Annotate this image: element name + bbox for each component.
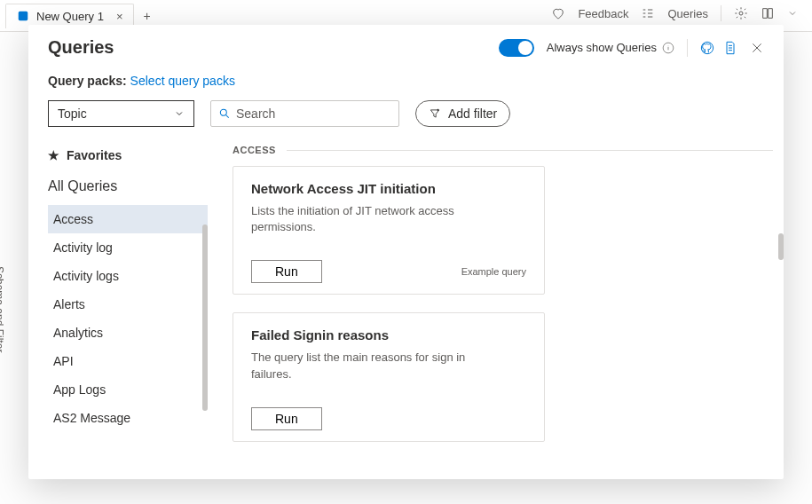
select-query-packs-link[interactable]: Select query packs: [130, 74, 235, 88]
divider: [287, 150, 773, 151]
sidebar-item-analytics[interactable]: Analytics: [48, 319, 208, 347]
filter-add-icon: [429, 107, 441, 120]
svg-point-4: [220, 109, 226, 115]
github-icon[interactable]: [700, 41, 714, 55]
star-icon: ★: [48, 148, 59, 162]
queries-dialog: Queries Always show Queries Query packs:…: [28, 25, 784, 479]
always-show-label: Always show Queries: [547, 41, 657, 54]
query-packs-label: Query packs:: [48, 74, 127, 88]
sidebar-item-activity-log[interactable]: Activity log: [48, 233, 208, 262]
section-label: ACCESS: [233, 145, 276, 155]
sidebar-item-as2-message[interactable]: AS2 Message: [48, 404, 208, 432]
add-filter-button[interactable]: Add filter: [415, 100, 510, 127]
favorites-header[interactable]: ★ Favorites: [48, 136, 208, 178]
sidebar-list: AccessActivity logActivity logsAlertsAna…: [48, 205, 208, 432]
dropdown-value: Topic: [58, 106, 87, 121]
favorites-label: Favorites: [67, 148, 122, 162]
query-card: Failed Signin reasonsThe query list the …: [233, 312, 545, 441]
sidebar-item-activity-logs[interactable]: Activity logs: [48, 262, 208, 290]
info-icon[interactable]: [662, 42, 674, 54]
sidebar-item-app-logs[interactable]: App Logs: [48, 375, 208, 404]
dialog-title: Queries: [48, 37, 114, 58]
all-queries-header[interactable]: All Queries: [48, 178, 208, 205]
card-title: Failed Signin reasons: [251, 327, 526, 350]
run-button[interactable]: Run: [251, 407, 322, 430]
chevron-down-icon: [174, 108, 185, 119]
modal-overlay: Queries Always show Queries Query packs:…: [0, 0, 812, 504]
sidebar-item-api[interactable]: API: [48, 347, 208, 375]
search-box[interactable]: [210, 100, 399, 127]
sidebar-item-access[interactable]: Access: [48, 205, 208, 233]
sidebar: ★ Favorites All Queries AccessActivity l…: [48, 136, 208, 479]
topic-dropdown[interactable]: Topic: [48, 100, 194, 127]
search-icon: [218, 107, 231, 120]
main-scrollbar-thumb[interactable]: [778, 233, 784, 260]
dialog-header: Queries Always show Queries: [28, 25, 784, 65]
card-description: The query list the main reasons for sign…: [251, 350, 482, 406]
separator: [687, 39, 688, 57]
main-content: ACCESS Network Access JIT initiationList…: [208, 136, 784, 479]
query-card: Network Access JIT initiationLists the i…: [233, 166, 545, 295]
query-packs-row: Query packs: Select query packs: [28, 65, 784, 100]
close-dialog-button[interactable]: [750, 41, 764, 55]
run-button[interactable]: Run: [251, 260, 322, 283]
example-query-label: Example query: [461, 266, 526, 277]
always-show-toggle[interactable]: [499, 39, 534, 57]
search-input[interactable]: [236, 106, 391, 121]
card-description: Lists the initiation of JIT network acce…: [251, 203, 482, 260]
sidebar-item-alerts[interactable]: Alerts: [48, 290, 208, 319]
card-title: Network Access JIT initiation: [251, 181, 526, 203]
controls-row: Topic Add filter: [28, 100, 784, 136]
document-icon[interactable]: [723, 41, 737, 55]
add-filter-label: Add filter: [448, 106, 497, 121]
